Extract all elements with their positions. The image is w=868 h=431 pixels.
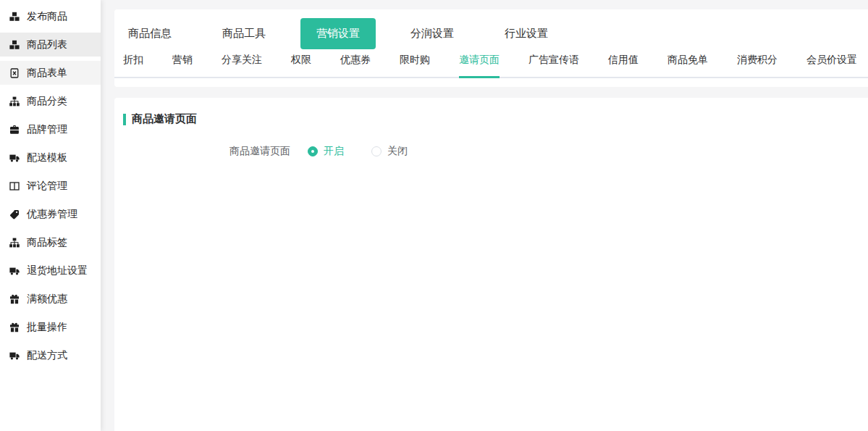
- main-area: 商品信息 商品工具 营销设置 分润设置 行业设置: [101, 0, 868, 431]
- sidebar-item-label: 商品列表: [27, 38, 67, 51]
- content-card: 商品邀请页面 商品邀请页面 开启 关闭: [114, 98, 868, 431]
- secondary-tab[interactable]: 商品免单: [667, 54, 708, 77]
- secondary-tab[interactable]: 限时购: [400, 54, 430, 77]
- sidebar-item[interactable]: 配送模板: [0, 146, 101, 170]
- sidebar-item-label: 退货地址设置: [27, 264, 88, 277]
- sidebar-item-label: 评论管理: [27, 180, 67, 193]
- sidebar-item-label: 满额优惠: [27, 293, 67, 306]
- sidebar-item[interactable]: 退货地址设置: [0, 259, 101, 283]
- gift-icon: [9, 294, 20, 304]
- secondary-tab[interactable]: 权限: [291, 54, 311, 77]
- tabs-panel: 商品信息 商品工具 营销设置 分润设置 行业设置: [114, 9, 868, 87]
- file-x-icon: [9, 68, 20, 78]
- secondary-tab-label: 广告宣传语: [528, 54, 579, 65]
- secondary-tab[interactable]: 会员价设置: [806, 54, 857, 77]
- primary-tab-label: 分润设置: [410, 27, 454, 39]
- radio-label: 开启: [324, 145, 344, 158]
- radio-circle[interactable]: [371, 146, 382, 156]
- sidebar-item[interactable]: 商品标签: [0, 230, 101, 254]
- sidebar: 发布商品 商品列表 商品表单 商品分类: [0, 0, 101, 431]
- secondary-tab[interactable]: 邀请页面: [459, 54, 500, 77]
- secondary-tab[interactable]: 优惠券: [340, 54, 371, 77]
- primary-tab[interactable]: 商品信息: [128, 27, 172, 41]
- secondary-tab-label: 权限: [291, 54, 311, 65]
- radio-group: 开启 关闭: [308, 145, 408, 158]
- sidebar-item[interactable]: 商品表单: [0, 61, 101, 85]
- primary-tab-label: 行业设置: [505, 27, 548, 39]
- sidebar-item[interactable]: 评论管理: [0, 174, 101, 198]
- section-title: 商品邀请页面: [132, 112, 197, 126]
- primary-tab[interactable]: 分润设置: [410, 27, 454, 41]
- sidebar-item-label: 配送方式: [27, 349, 67, 362]
- sidebar-item[interactable]: 批量操作: [0, 315, 101, 339]
- sidebar-item-label: 商品标签: [27, 236, 67, 249]
- cubes-icon: [9, 40, 20, 50]
- sidebar-item-label: 优惠券管理: [27, 208, 77, 221]
- sidebar-item[interactable]: 优惠券管理: [0, 202, 101, 226]
- secondary-tab[interactable]: 广告宣传语: [528, 54, 579, 77]
- gift-icon: [9, 322, 20, 332]
- radio-option[interactable]: 开启: [308, 145, 344, 158]
- sidebar-item-label: 商品表单: [27, 67, 67, 80]
- cubes-icon: [9, 12, 20, 22]
- sidebar-item-label: 品牌管理: [27, 123, 67, 136]
- truck-icon: [9, 266, 20, 276]
- sidebar-item-label: 商品分类: [27, 95, 67, 108]
- radio-option[interactable]: 关闭: [371, 145, 408, 158]
- radio-label: 关闭: [387, 145, 408, 158]
- sitemap-icon: [9, 96, 20, 106]
- secondary-tab-label: 商品免单: [667, 54, 708, 65]
- tag-icon: [9, 209, 20, 219]
- sidebar-item-label: 批量操作: [27, 321, 67, 334]
- truck-icon: [9, 351, 20, 361]
- secondary-tab-label: 限时购: [400, 54, 430, 65]
- sidebar-item[interactable]: 满额优惠: [0, 287, 101, 311]
- secondary-tab-label: 分享关注: [222, 54, 262, 65]
- form-label: 商品邀请页面: [114, 145, 299, 158]
- section-header: 商品邀请页面: [114, 112, 868, 126]
- secondary-tab[interactable]: 消费积分: [737, 54, 778, 77]
- primary-tab[interactable]: 行业设置: [505, 27, 548, 41]
- sitemap-icon: [9, 238, 20, 248]
- truck-icon: [9, 153, 20, 163]
- primary-tab-label: 商品工具: [222, 27, 266, 39]
- sidebar-item-label: 发布商品: [27, 10, 67, 23]
- primary-tab-label: 营销设置: [316, 27, 360, 39]
- invite-page-setting-row: 商品邀请页面 开启 关闭: [114, 145, 868, 158]
- briefcase-icon: [9, 125, 20, 135]
- sidebar-item[interactable]: 品牌管理: [0, 117, 101, 141]
- secondary-tab[interactable]: 营销: [172, 54, 193, 77]
- primary-tabs: 商品信息 商品工具 营销设置 分润设置 行业设置: [114, 19, 868, 48]
- sidebar-item-label: 配送模板: [27, 151, 67, 164]
- sidebar-item[interactable]: 商品分类: [0, 89, 101, 113]
- sidebar-item[interactable]: 商品列表: [0, 33, 101, 57]
- secondary-tab[interactable]: 信用值: [608, 54, 639, 77]
- secondary-tab[interactable]: 折扣: [123, 54, 143, 77]
- app: { "colors": { "accent": "#2bbc9c", "tab_…: [0, 0, 868, 431]
- primary-tab-label: 商品信息: [128, 27, 172, 39]
- sidebar-item[interactable]: 配送方式: [0, 343, 101, 367]
- radio-circle[interactable]: [308, 146, 318, 156]
- primary-tab[interactable]: 营销设置: [300, 18, 376, 49]
- primary-tab[interactable]: 商品工具: [222, 27, 266, 41]
- secondary-tab-label: 消费积分: [737, 54, 778, 65]
- secondary-tab-label: 信用值: [608, 54, 639, 65]
- secondary-tab-label: 折扣: [123, 54, 143, 65]
- secondary-tab-label: 优惠券: [340, 54, 371, 65]
- secondary-tabs: 折扣 营销 分享关注 权限 优惠券 限时购: [114, 48, 868, 78]
- secondary-tab-label: 邀请页面: [459, 54, 500, 65]
- secondary-tab-label: 营销: [172, 54, 193, 65]
- columns-icon: [9, 181, 20, 191]
- secondary-tab-label: 会员价设置: [806, 54, 857, 65]
- secondary-tab[interactable]: 分享关注: [222, 54, 262, 77]
- section-accent-bar: [123, 114, 126, 125]
- sidebar-item[interactable]: 发布商品: [0, 4, 101, 28]
